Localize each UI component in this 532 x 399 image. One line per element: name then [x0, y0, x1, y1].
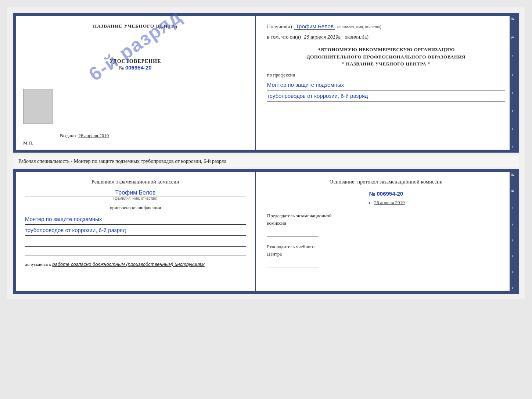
certificate-top: НАЗВАНИЕ УЧЕБНОГО ЦЕНТРА 6-й разряд УДОС…: [13, 13, 519, 153]
cert-number-block: УДОСТОВЕРЕНИЕ № 006954-20: [109, 58, 161, 71]
deco-letter-a: а: [511, 36, 515, 39]
fio-handwritten-bottom: Трофим Белов: [25, 189, 246, 196]
mp-label: М.П.: [23, 140, 33, 146]
org-title-top: НАЗВАНИЕ УЧЕБНОГО ЦЕНТРА: [93, 23, 178, 29]
deco-letter-i-b: И: [511, 174, 515, 176]
rukovoditel-block: Руководитель учебного Центра: [267, 244, 505, 267]
qualification-handwritten: Монтер по защите подземных трубопроводов…: [25, 214, 246, 236]
poluchil-prefix: Получил(а): [267, 24, 292, 30]
empty-line-1: [25, 239, 246, 247]
protocol-date-value: 26 апреля 2019: [374, 200, 405, 205]
qualification-line1: Монтер по защите подземных: [25, 214, 246, 225]
vydano-line: Выдано 26 апреля 2019: [60, 133, 109, 139]
udostoverenie-label: УДОСТОВЕРЕНИЕ: [109, 58, 161, 64]
dopuskaetsya-prefix: допускается к: [25, 262, 51, 267]
vtom-prefix: в том, что он(а): [267, 34, 301, 40]
protocol-number-prefix: №: [369, 190, 375, 197]
right-side-deco-top: И а ← – – – – –: [510, 16, 516, 150]
rukovoditel-signature-line: [267, 259, 319, 267]
deco-letter-dash2-b: –: [511, 239, 515, 242]
number-prefix: №: [119, 65, 124, 71]
cert-date-top: 26 апреля 2019г.: [304, 34, 342, 40]
org-text-block: АВТОНОМНУЮ НЕКОММЕРЧЕСКУЮ ОРГАНИЗАЦИЮ ДО…: [267, 46, 505, 68]
org-line1: АВТОНОМНУЮ НЕКОММЕРЧЕСКУЮ ОРГАНИЗАЦИЮ: [267, 46, 505, 53]
protocol-date: от 26 апреля 2019: [267, 200, 505, 206]
prisvoena-text: присвоена квалификация: [25, 205, 246, 211]
profession-line1: Монтер по защите подземных: [267, 79, 505, 91]
predsedatel-block: Председатель экзаменационной комиссии: [267, 213, 505, 236]
certificate-bottom: Решением экзаменационной комиссии Трофим…: [13, 169, 519, 294]
empty-lines: [25, 239, 246, 256]
deco-letter-arrow-b: ←: [511, 206, 515, 210]
middle-text-content: Рабочая специальность - Монтер по защите…: [18, 158, 226, 164]
profession-line2: трубопроводов от коррозии, 6-й разряд: [267, 90, 505, 102]
photo-placeholder: [23, 89, 53, 124]
dopuskaetsya-text: работе согласно должностным (производств…: [52, 261, 205, 267]
protocol-number: № 006954-20: [267, 190, 505, 197]
deco-letter-a-b: а: [511, 190, 515, 192]
deco-letter-dash4-b: –: [511, 271, 515, 273]
empty-line-2: [25, 249, 246, 256]
vydano-prefix: Выдано: [60, 133, 76, 138]
komissia-title: Решением экзаменационной комиссии: [25, 179, 246, 185]
deco-letter-dash5: –: [511, 146, 515, 148]
cert-bottom-left: Решением экзаменационной комиссии Трофим…: [16, 172, 256, 291]
dopuskaetsya: допускается к работе согласно должностны…: [25, 261, 246, 267]
qualification-line2: трубопроводов от коррозии, 6-й разряд: [25, 225, 246, 236]
predsedatel-label-1: Председатель экзаменационной: [267, 213, 505, 219]
middle-text: Рабочая специальность - Монтер по защите…: [13, 156, 519, 167]
deco-letter-dash4: –: [511, 128, 515, 130]
deco-letter-dash3: –: [511, 110, 515, 112]
received-line: Получил(а) Трофим Белов (фамилия, имя, о…: [267, 23, 505, 30]
deco-letter-dash3-b: –: [511, 255, 515, 257]
rukovoditel-label-1: Руководитель учебного: [267, 244, 505, 250]
fio-block-bottom: Трофим Белов (фамилия, имя, отчество): [25, 189, 246, 200]
protocol-number-value: 006954-20: [377, 190, 403, 197]
stamp-diagonal: 6-й разряд: [85, 5, 186, 85]
org-line3: " НАЗВАНИЕ УЧЕБНОГО ЦЕНТРА ": [267, 60, 505, 68]
cert-left: НАЗВАНИЕ УЧЕБНОГО ЦЕНТРА 6-й разряд УДОС…: [16, 16, 256, 150]
rukovoditel-label-2: Центра: [267, 251, 505, 257]
right-side-deco-bottom: И а ← – – – – –: [510, 172, 516, 291]
predsedatel-signature-line: [267, 228, 319, 236]
profession-label: по профессии: [267, 72, 505, 78]
profession-handwritten: Монтер по защите подземных трубопроводов…: [267, 79, 505, 102]
cert-right: Получил(а) Трофим Белов (фамилия, имя, о…: [256, 16, 516, 150]
fio-sublabel-bottom: (фамилия, имя, отчество): [25, 196, 246, 200]
date-line: в том, что он(а) 26 апреля 2019г. окончи…: [267, 34, 505, 40]
deco-letter-dash1: –: [511, 74, 515, 76]
okonchil-text: окончил(а): [345, 34, 369, 40]
dash-top: –: [384, 24, 386, 30]
deco-letter-dash1-b: –: [511, 224, 515, 226]
osnovanie-title: Основание: протокол экзаменационной коми…: [267, 179, 505, 185]
predsedatel-label-2: комиссии: [267, 220, 505, 226]
deco-letter-i: И: [511, 18, 515, 20]
org-line2: ДОПОЛНИТЕЛЬНОГО ПРОФЕССИОНАЛЬНОГО ОБРАЗО…: [267, 53, 505, 61]
cert-number: 006954-20: [125, 64, 152, 71]
vydano-date: 26 апреля 2019: [79, 133, 109, 138]
deco-letter-arrow: ←: [511, 54, 515, 58]
cert-bottom-right: Основание: протокол экзаменационной коми…: [256, 172, 516, 291]
page-wrapper: НАЗВАНИЕ УЧЕБНОГО ЦЕНТРА 6-й разряд УДОС…: [7, 7, 525, 299]
deco-letter-dash5-b: –: [511, 287, 515, 289]
fio-sublabel-top: (фамилия, имя, отчество): [337, 25, 381, 29]
protocol-date-prefix: от: [367, 200, 372, 205]
fio-handwritten-top: Трофим Белов: [294, 23, 335, 30]
deco-letter-dash2: –: [511, 92, 515, 94]
